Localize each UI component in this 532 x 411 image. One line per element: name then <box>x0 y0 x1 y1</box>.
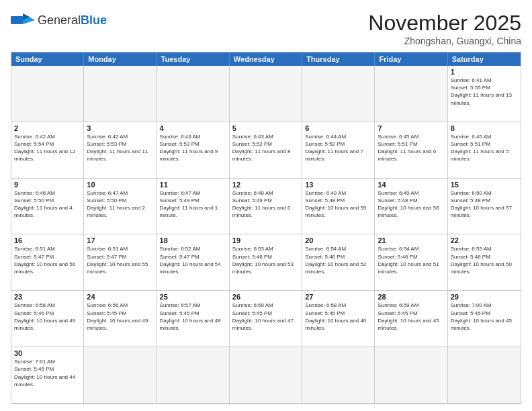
cell-info: Sunrise: 6:47 AM Sunset: 5:50 PM Dayligh… <box>87 189 153 220</box>
calendar-day-23: 23Sunrise: 6:56 AM Sunset: 5:46 PM Dayli… <box>11 291 84 347</box>
cell-info: Sunrise: 6:48 AM Sunset: 5:49 PM Dayligh… <box>232 189 299 220</box>
month-title: November 2025 <box>368 11 521 36</box>
calendar-day-22: 22Sunrise: 6:55 AM Sunset: 5:46 PM Dayli… <box>448 234 521 291</box>
calendar-day-5: 5Sunrise: 6:43 AM Sunset: 5:52 PM Daylig… <box>230 122 302 179</box>
day-header-monday: Monday <box>84 52 157 66</box>
calendar-grid: 1Sunrise: 6:41 AM Sunset: 5:55 PM Daylig… <box>11 66 521 404</box>
calendar-day-6: 6Sunrise: 6:44 AM Sunset: 5:52 PM Daylig… <box>302 122 375 179</box>
calendar-day-16: 16Sunrise: 6:51 AM Sunset: 5:47 PM Dayli… <box>11 234 84 291</box>
calendar-day-3: 3Sunrise: 6:42 AM Sunset: 5:53 PM Daylig… <box>84 122 157 179</box>
day-header-tuesday: Tuesday <box>157 52 230 66</box>
calendar-empty-cell <box>230 347 302 404</box>
cell-info: Sunrise: 6:51 AM Sunset: 5:47 PM Dayligh… <box>87 245 153 275</box>
calendar-day-24: 24Sunrise: 6:56 AM Sunset: 5:45 PM Dayli… <box>84 291 157 347</box>
cell-date-number: 25 <box>160 293 226 301</box>
title-block: November 2025 Zhongshan, Guangxi, China <box>368 11 521 46</box>
cell-date-number: 29 <box>451 293 518 301</box>
logo: GeneralBlue <box>11 11 107 30</box>
cell-info: Sunrise: 6:56 AM Sunset: 5:46 PM Dayligh… <box>14 302 81 332</box>
cell-info: Sunrise: 6:53 AM Sunset: 5:46 PM Dayligh… <box>232 245 299 275</box>
cell-info: Sunrise: 6:52 AM Sunset: 5:47 PM Dayligh… <box>160 245 226 275</box>
cell-date-number: 7 <box>378 124 444 132</box>
cell-date-number: 11 <box>160 181 226 189</box>
cell-date-number: 9 <box>14 181 81 189</box>
calendar-day-30: 30Sunrise: 7:01 AM Sunset: 5:45 PM Dayli… <box>11 347 84 404</box>
cell-info: Sunrise: 6:44 AM Sunset: 5:52 PM Dayligh… <box>305 133 371 163</box>
cell-date-number: 3 <box>87 124 153 132</box>
header: GeneralBlue November 2025 Zhongshan, Gua… <box>11 11 521 46</box>
calendar-empty-cell <box>302 347 375 404</box>
calendar-day-8: 8Sunrise: 6:45 AM Sunset: 5:51 PM Daylig… <box>448 122 521 179</box>
cell-date-number: 18 <box>160 236 226 244</box>
cell-date-number: 8 <box>451 124 518 132</box>
cell-date-number: 13 <box>305 181 371 189</box>
calendar-empty-cell <box>84 347 157 404</box>
calendar-day-28: 28Sunrise: 6:59 AM Sunset: 5:45 PM Dayli… <box>375 291 447 347</box>
cell-info: Sunrise: 7:00 AM Sunset: 5:45 PM Dayligh… <box>451 302 518 332</box>
calendar-day-21: 21Sunrise: 6:54 AM Sunset: 5:46 PM Dayli… <box>375 234 447 291</box>
cell-date-number: 22 <box>451 236 518 244</box>
cell-date-number: 12 <box>232 181 299 189</box>
calendar-empty-cell <box>157 66 230 122</box>
calendar-empty-cell <box>302 66 375 122</box>
day-headers: SundayMondayTuesdayWednesdayThursdayFrid… <box>11 52 521 66</box>
calendar-day-7: 7Sunrise: 6:45 AM Sunset: 5:51 PM Daylig… <box>375 122 447 179</box>
cell-info: Sunrise: 6:59 AM Sunset: 5:45 PM Dayligh… <box>378 302 444 332</box>
calendar-day-15: 15Sunrise: 6:50 AM Sunset: 5:48 PM Dayli… <box>448 179 521 235</box>
day-header-wednesday: Wednesday <box>230 52 302 66</box>
logo-text: GeneralBlue <box>38 13 107 28</box>
day-header-sunday: Sunday <box>11 52 84 66</box>
cell-date-number: 24 <box>87 293 153 301</box>
cell-info: Sunrise: 6:42 AM Sunset: 5:53 PM Dayligh… <box>87 133 153 163</box>
cell-date-number: 5 <box>232 124 299 132</box>
cell-date-number: 15 <box>451 181 518 189</box>
cell-info: Sunrise: 6:58 AM Sunset: 5:45 PM Dayligh… <box>305 302 371 332</box>
cell-date-number: 21 <box>378 236 444 244</box>
location: Zhongshan, Guangxi, China <box>368 36 521 46</box>
calendar-empty-cell <box>11 66 84 122</box>
cell-date-number: 14 <box>378 181 444 189</box>
day-header-thursday: Thursday <box>302 52 375 66</box>
cell-info: Sunrise: 6:56 AM Sunset: 5:45 PM Dayligh… <box>87 302 153 332</box>
cell-info: Sunrise: 6:43 AM Sunset: 5:52 PM Dayligh… <box>232 133 299 163</box>
calendar-empty-cell <box>157 347 230 404</box>
cell-info: Sunrise: 6:55 AM Sunset: 5:46 PM Dayligh… <box>451 245 518 275</box>
cell-info: Sunrise: 6:41 AM Sunset: 5:55 PM Dayligh… <box>451 77 518 107</box>
cell-date-number: 1 <box>451 68 518 76</box>
cell-date-number: 4 <box>160 124 226 132</box>
cell-date-number: 26 <box>232 293 299 301</box>
cell-info: Sunrise: 6:50 AM Sunset: 5:48 PM Dayligh… <box>451 189 518 220</box>
logo-icon <box>11 11 35 30</box>
cell-info: Sunrise: 6:54 AM Sunset: 5:46 PM Dayligh… <box>305 245 371 275</box>
calendar-empty-cell <box>84 66 157 122</box>
cell-info: Sunrise: 6:58 AM Sunset: 5:45 PM Dayligh… <box>232 302 299 332</box>
cell-date-number: 17 <box>87 236 153 244</box>
cell-info: Sunrise: 6:57 AM Sunset: 5:45 PM Dayligh… <box>160 302 226 332</box>
calendar-day-12: 12Sunrise: 6:48 AM Sunset: 5:49 PM Dayli… <box>230 179 302 235</box>
calendar-day-10: 10Sunrise: 6:47 AM Sunset: 5:50 PM Dayli… <box>84 179 157 235</box>
calendar-day-18: 18Sunrise: 6:52 AM Sunset: 5:47 PM Dayli… <box>157 234 230 291</box>
cell-info: Sunrise: 6:42 AM Sunset: 5:54 PM Dayligh… <box>14 133 81 163</box>
cell-date-number: 27 <box>305 293 371 301</box>
cell-date-number: 20 <box>305 236 371 244</box>
calendar-day-27: 27Sunrise: 6:58 AM Sunset: 5:45 PM Dayli… <box>302 291 375 347</box>
calendar-day-9: 9Sunrise: 6:46 AM Sunset: 5:50 PM Daylig… <box>11 179 84 235</box>
cell-info: Sunrise: 6:46 AM Sunset: 5:50 PM Dayligh… <box>14 189 81 220</box>
calendar: SundayMondayTuesdayWednesdayThursdayFrid… <box>11 52 521 404</box>
calendar-empty-cell <box>230 66 302 122</box>
calendar-day-25: 25Sunrise: 6:57 AM Sunset: 5:45 PM Dayli… <box>157 291 230 347</box>
cell-date-number: 16 <box>14 236 81 244</box>
cell-date-number: 6 <box>305 124 371 132</box>
cell-date-number: 28 <box>378 293 444 301</box>
calendar-day-20: 20Sunrise: 6:54 AM Sunset: 5:46 PM Dayli… <box>302 234 375 291</box>
cell-info: Sunrise: 6:54 AM Sunset: 5:46 PM Dayligh… <box>378 245 444 275</box>
calendar-day-2: 2Sunrise: 6:42 AM Sunset: 5:54 PM Daylig… <box>11 122 84 179</box>
cell-info: Sunrise: 6:49 AM Sunset: 5:48 PM Dayligh… <box>378 189 444 220</box>
cell-date-number: 2 <box>14 124 81 132</box>
cell-info: Sunrise: 6:49 AM Sunset: 5:48 PM Dayligh… <box>305 189 371 220</box>
calendar-empty-cell <box>448 347 521 404</box>
calendar-empty-cell <box>375 347 447 404</box>
cell-info: Sunrise: 6:51 AM Sunset: 5:47 PM Dayligh… <box>14 245 81 275</box>
calendar-day-19: 19Sunrise: 6:53 AM Sunset: 5:46 PM Dayli… <box>230 234 302 291</box>
calendar-day-17: 17Sunrise: 6:51 AM Sunset: 5:47 PM Dayli… <box>84 234 157 291</box>
